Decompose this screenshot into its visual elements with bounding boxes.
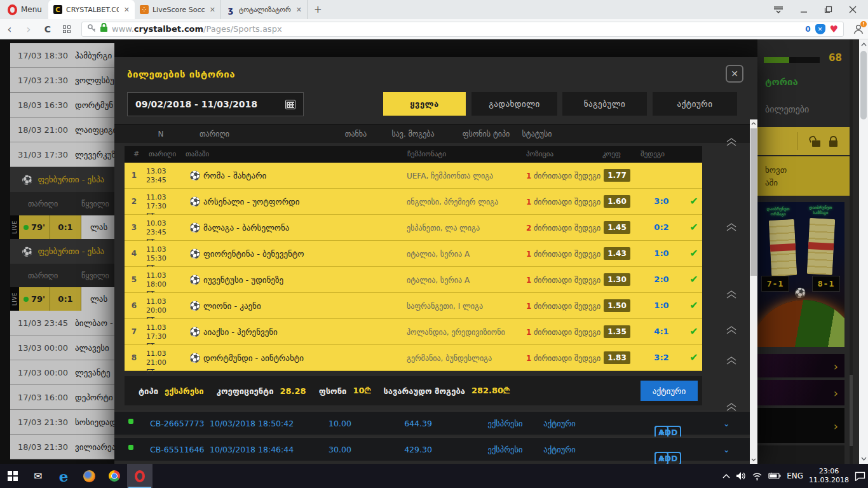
soccer-ball-icon: ⚽: [189, 274, 200, 285]
collapse-icon[interactable]: [726, 290, 737, 299]
mail-app-icon[interactable]: ✉: [25, 464, 51, 488]
opera-menu-button[interactable]: Menu: [0, 4, 48, 15]
tab-close-icon[interactable]: ✕: [295, 6, 303, 14]
soccer-ball-icon: ⚽: [189, 196, 200, 207]
modal-close-button[interactable]: ✕: [726, 65, 743, 83]
bet-row[interactable]: 5 11.0318:00 FT ⚽ იუვენტუსი - უდინეზე იტ…: [125, 267, 702, 293]
notification-center-icon[interactable]: [855, 471, 865, 481]
forward-icon[interactable]: ›: [19, 23, 38, 36]
bet-position: ძირითადი შედეგი: [534, 198, 600, 207]
filter-paid-button[interactable]: გადახდილი: [471, 92, 557, 116]
calendar-icon[interactable]: [285, 100, 295, 109]
collapse-icon[interactable]: [726, 325, 737, 334]
scroll-up-icon[interactable]: [859, 39, 868, 50]
scroll-down-icon[interactable]: [859, 454, 868, 464]
profile-icon[interactable]: !: [849, 24, 868, 35]
adblock-shield-icon[interactable]: ✕: [815, 24, 825, 34]
windows-taskbar: ✉ e ENG 23:0611.03.2018: [0, 464, 868, 488]
bet-row[interactable]: 1 13.0323:45 ⚽ რომა - შახტარი UEFA, ჩემპ…: [125, 163, 702, 189]
expand-chevron-icon[interactable]: ⌄: [723, 445, 729, 454]
tab-close-icon[interactable]: ✕: [208, 6, 217, 14]
tab-crystalbet[interactable]: C CRYSTALBET.COM - ონლა ✕: [48, 0, 135, 19]
bet-row[interactable]: 2 11.0317:30 FT ⚽ არსენალი - უოტფორდი ინ…: [125, 189, 702, 215]
bet-game: ფიორენტინა - ბენევენტო: [203, 249, 304, 259]
summary-coef-label: კოეფიციენტი: [217, 386, 274, 396]
firefox-app-icon[interactable]: [76, 464, 102, 488]
key-icon[interactable]: [87, 23, 96, 35]
secure-lock-icon[interactable]: [100, 23, 108, 35]
close-window-button[interactable]: [849, 4, 857, 16]
ticket-type: ექსპრესი: [477, 445, 534, 454]
bet-game: აიაქსი - ჰერენვენი: [203, 327, 278, 337]
collapse-icon[interactable]: [726, 222, 737, 231]
date-range-value: 09/02/2018 - 11/03/2018: [135, 99, 257, 109]
scroll-down-icon[interactable]: [750, 457, 757, 463]
modal-scrollbar[interactable]: [750, 119, 757, 464]
scroll-up-icon[interactable]: [750, 121, 757, 126]
tab-close-icon[interactable]: ✕: [123, 6, 131, 14]
tray-expand-icon[interactable]: [722, 473, 730, 478]
filter-active-button[interactable]: აქტიური: [653, 92, 737, 116]
won-check-icon: ✔: [680, 195, 708, 207]
ticket-id[interactable]: CB-65511646: [150, 445, 204, 454]
opera-app-icon[interactable]: [127, 464, 153, 488]
tab-livescore[interactable]: ⁘ LiveScore Soccer : Live Soc ✕: [135, 0, 221, 19]
bet-date: 11.03: [146, 323, 166, 332]
browser-address-bar: ‹ › C www.crystalbet.com/Pages/Sports.as…: [0, 19, 868, 39]
volume-icon[interactable]: [736, 471, 746, 480]
bet-score: 4:1: [644, 327, 679, 336]
language-indicator[interactable]: ENG: [787, 471, 803, 480]
edge-app-icon[interactable]: e: [51, 464, 76, 488]
soccer-ball-icon: ⚽: [189, 170, 200, 180]
soccer-ball-icon: ⚽: [189, 222, 200, 233]
menu-label: Menu: [21, 5, 42, 14]
scrollbar-thumb[interactable]: [860, 51, 867, 119]
bet-row[interactable]: 4 11.0315:30 FT ⚽ ფიორენტინა - ბენევენტო…: [125, 241, 702, 267]
won-check-icon: ✔: [680, 273, 708, 285]
filter-all-button[interactable]: ყველა: [383, 92, 466, 116]
url-field[interactable]: www.crystalbet.com/Pages/Sports.aspx 0 ✕…: [81, 22, 844, 37]
new-tab-button[interactable]: +: [308, 4, 329, 15]
scrollbar-thumb[interactable]: [750, 128, 757, 276]
tab-menu-icon[interactable]: [773, 4, 783, 16]
ticket-id[interactable]: CB-26657773: [150, 419, 204, 428]
bet-league: ჰოლანდია, ერედივიზიონი: [407, 328, 505, 337]
bet-game: არსენალი - უოტფორდი: [203, 197, 299, 207]
collapse-icon[interactable]: [726, 356, 737, 365]
battery-icon[interactable]: [768, 472, 781, 480]
opera-logo-icon: [8, 4, 17, 15]
ticket-row[interactable]: CB-65511646 10/03/2018 18:46:44 30.00 42…: [114, 437, 750, 461]
collapse-icon[interactable]: [726, 402, 737, 411]
won-check-icon: ✔: [680, 221, 708, 233]
expand-chevron-icon[interactable]: ⌄: [723, 419, 729, 428]
ticket-row[interactable]: CB-26657773 10/03/2018 18:50:42 10.00 64…: [114, 410, 750, 435]
wifi-icon[interactable]: [752, 472, 763, 480]
minimize-button[interactable]: [800, 4, 808, 16]
chrome-app-icon[interactable]: [102, 464, 127, 488]
clock[interactable]: 23:0611.03.2018: [809, 467, 849, 485]
speed-dial-icon[interactable]: [57, 25, 76, 33]
col-status: სტატუსი: [508, 130, 566, 139]
bet-row[interactable]: 8 11.0321:00 FT ⚽ დორტმუნდი - აინტრახტი …: [125, 345, 702, 371]
maximize-button[interactable]: [824, 4, 832, 16]
filter-won-button[interactable]: ნაგებული: [562, 92, 647, 116]
won-check-icon: ✔: [680, 247, 708, 259]
tab-totalizator[interactable]: ʒ ტოტალიზატორი -> თა ✕: [221, 0, 308, 19]
page-viewport: 17/03 18:30 ჰამბურგი - ჰ 17/03 21:30 ვოლ…: [0, 39, 868, 464]
bet-row[interactable]: 7 11.0317:30 FT ⚽ აიაქსი - ჰერენვენი ჰოლ…: [125, 319, 702, 345]
reload-icon[interactable]: C: [38, 24, 57, 34]
bet-position: ძირითადი შედეგი: [534, 172, 600, 180]
browser-scrollbar[interactable]: [859, 39, 868, 464]
collapse-icon[interactable]: [726, 137, 737, 146]
bookmark-heart-icon[interactable]: ♥: [830, 24, 838, 35]
bet-row[interactable]: 3 10.0323:45 FT ⚽ მალაგა - ბარსელონა ესპ…: [125, 215, 702, 241]
bet-coefficient-badge: 1.30: [604, 273, 630, 286]
screen: Menu C CRYSTALBET.COM - ონლა ✕ ⁘ LiveSco…: [0, 0, 868, 488]
active-status-button[interactable]: აქტიური: [641, 381, 698, 401]
bet-game: რომა - შახტარი: [203, 171, 266, 180]
start-button[interactable]: [0, 464, 25, 488]
bet-row[interactable]: 6 11.0320:00 FT ⚽ ლიონი - კაენი საფრანგე…: [125, 293, 702, 319]
windows-logo-icon: [8, 471, 18, 481]
date-range-input[interactable]: 09/02/2018 - 11/03/2018: [127, 92, 304, 116]
back-icon[interactable]: ‹: [0, 23, 19, 36]
